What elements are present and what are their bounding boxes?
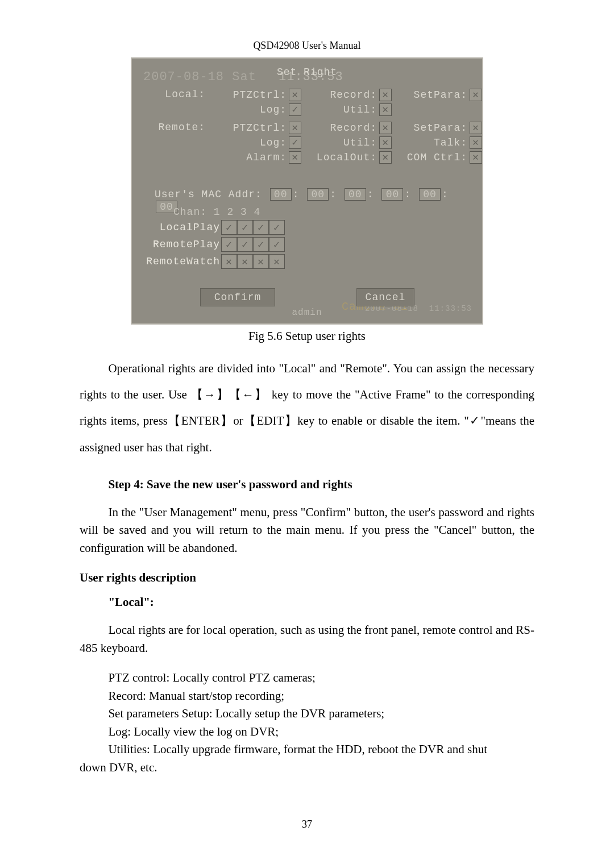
osd-remote-talk-checkbox[interactable]: ✕ — [470, 136, 482, 149]
osd-remote-setpara-label: SetPara: — [414, 122, 467, 134]
page-number: 37 — [0, 819, 614, 830]
osd-mac-octet-3[interactable]: 00 — [381, 188, 403, 201]
osd-mac-octet-0[interactable]: 00 — [270, 188, 292, 201]
osd-chan-header: Chan: 1 2 3 4 — [173, 206, 285, 218]
osd-matrix-remotewatch-label: RemoteWatch — [146, 256, 220, 267]
osd-remote-ptzctrl-checkbox[interactable]: ✕ — [289, 122, 301, 134]
osd-remote-setpara-checkbox[interactable]: ✕ — [470, 122, 482, 134]
osd-local-log-label: Log: — [260, 104, 287, 115]
osd-remote-talk-label: Talk: — [434, 137, 467, 148]
osd-matrix-remoteplay-label: RemotePlay — [146, 239, 220, 250]
osd-remote-comctrl-checkbox[interactable]: ✕ — [470, 151, 482, 164]
osd-matrix-remoteplay-ch4[interactable]: ✓ — [269, 237, 285, 252]
osd-local-setpara-checkbox[interactable]: ✕ — [470, 89, 482, 101]
local-item-setparam: Set parameters Setup: Locally setup the … — [80, 705, 534, 723]
local-item-util-cont: down DVR, etc. — [80, 759, 534, 777]
osd-local-setpara-label: SetPara: — [414, 89, 467, 101]
osd-remote-label: Remote: — [132, 122, 211, 134]
osd-local-ptzctrl-label: PTZCtrl: — [233, 89, 287, 101]
local-subheading: "Local": — [80, 595, 534, 609]
osd-local-ptzctrl-checkbox[interactable]: ✕ — [289, 89, 301, 101]
osd-local-util-checkbox[interactable]: ✕ — [379, 103, 392, 116]
rights-desc-heading: User rights description — [80, 571, 534, 585]
osd-mac-octet-1[interactable]: 00 — [307, 188, 329, 201]
osd-mac-octet-2[interactable]: 00 — [345, 188, 366, 201]
osd-cancel-button[interactable]: Cancel — [356, 288, 414, 306]
osd-matrix-localplay-ch1[interactable]: ✓ — [221, 220, 237, 235]
osd-remote-alarm-checkbox[interactable]: ✕ — [289, 151, 301, 164]
osd-remote-util-checkbox[interactable]: ✕ — [379, 136, 392, 149]
osd-matrix-localplay-ch2[interactable]: ✓ — [237, 220, 253, 235]
osd-remote-comctrl-label: COM Ctrl: — [407, 152, 467, 163]
figure-caption: Fig 5.6 Setup user rights — [80, 329, 534, 343]
osd-local-util-label: Util: — [343, 104, 377, 115]
local-item-ptz: PTZ control: Locally control PTZ cameras… — [80, 669, 534, 687]
osd-mac-octet-4[interactable]: 00 — [419, 188, 441, 201]
osd-remote-record-label: Record: — [330, 122, 377, 134]
local-intro: Local rights are for local operation, su… — [80, 621, 534, 657]
osd-matrix-remotewatch-ch1[interactable]: ✕ — [221, 254, 237, 269]
paragraph-rights-intro: Operational rights are divided into "Loc… — [80, 355, 534, 460]
osd-remote-log-checkbox[interactable]: ✓ — [289, 136, 301, 149]
osd-matrix-remoteplay-ch2[interactable]: ✓ — [237, 237, 253, 252]
local-item-record: Record: Manual start/stop recording; — [80, 687, 534, 705]
osd-confirm-button[interactable]: Confirm — [200, 288, 275, 306]
osd-matrix-remotewatch-ch4[interactable]: ✕ — [269, 254, 285, 269]
osd-remote-alarm-label: Alarm: — [246, 152, 287, 163]
osd-local-log-checkbox[interactable]: ✓ — [289, 103, 301, 116]
osd-matrix-remotewatch-ch2[interactable]: ✕ — [237, 254, 253, 269]
running-header: QSD42908 User's Manual — [80, 40, 534, 52]
local-item-log: Log: Locally view the log on DVR; — [80, 723, 534, 741]
osd-local-record-label: Record: — [330, 89, 377, 101]
local-rights-list: PTZ control: Locally control PTZ cameras… — [80, 669, 534, 759]
osd-remote-localout-checkbox[interactable]: ✕ — [379, 151, 392, 164]
osd-matrix-localplay-ch4[interactable]: ✓ — [269, 220, 285, 235]
osd-remote-log-label: Log: — [260, 137, 287, 148]
step4-heading: Step 4: Save the new user's password and… — [80, 477, 534, 492]
osd-remote-ptzctrl-label: PTZCtrl: — [233, 122, 287, 134]
osd-matrix-localplay-ch3[interactable]: ✓ — [253, 220, 269, 235]
osd-remote-util-label: Util: — [343, 137, 377, 148]
osd-matrix-localplay-label: LocalPlay — [146, 222, 220, 233]
osd-remote-record-checkbox[interactable]: ✕ — [379, 122, 392, 134]
osd-footer-user: admin — [132, 308, 482, 318]
step4-body: In the "User Management" menu, press "Co… — [80, 504, 534, 558]
osd-matrix-remotewatch-ch3[interactable]: ✕ — [253, 254, 269, 269]
osd-local-record-checkbox[interactable]: ✕ — [379, 89, 392, 101]
osd-matrix-remoteplay-ch1[interactable]: ✓ — [221, 237, 237, 252]
osd-matrix-remoteplay-ch3[interactable]: ✓ — [253, 237, 269, 252]
osd-remote-localout-label: LocalOut: — [317, 152, 377, 163]
osd-local-label: Local: — [132, 89, 211, 101]
osd-mac-label: User's MAC Addr: — [155, 189, 262, 200]
dvr-osd-screenshot: 2007-08-18 Sat 11:33:53 Set Right Camera… — [131, 57, 483, 325]
osd-title: Set Right — [132, 67, 482, 78]
local-item-util: Utilities: Locally upgrade firmware, for… — [80, 741, 534, 759]
